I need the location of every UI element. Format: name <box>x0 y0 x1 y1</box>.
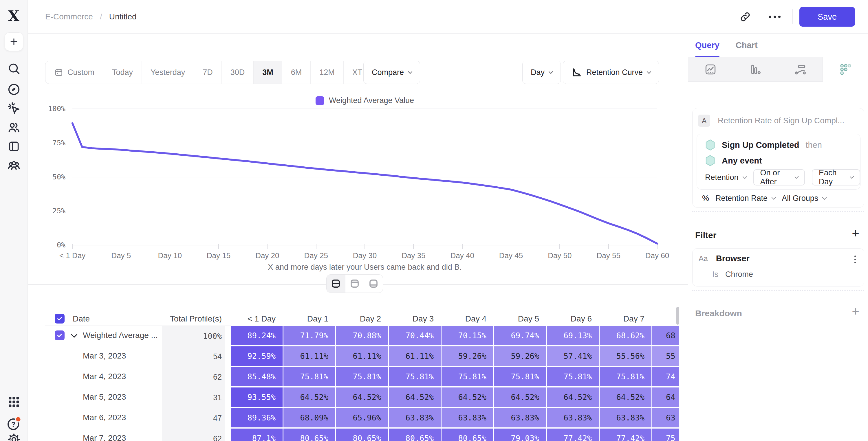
add-filter-button[interactable]: + <box>852 227 859 240</box>
chart-type-dropdown[interactable]: Retention Curve <box>563 61 659 84</box>
column-header-date: Date <box>73 313 90 325</box>
retention-grid-tab[interactable] <box>823 57 868 82</box>
retention-bucket-dropdown[interactable]: Each Day <box>812 169 860 186</box>
retention-operator-dropdown[interactable]: On or After <box>753 169 805 186</box>
header-divider <box>793 9 793 24</box>
retention-cell: 68.62% <box>599 326 651 345</box>
events-cursor-icon[interactable] <box>7 101 21 115</box>
panel-tabs: QueryChart <box>688 34 868 57</box>
range-custom[interactable]: Custom <box>45 61 103 84</box>
flow-chart-tab[interactable] <box>778 57 823 82</box>
range-30d[interactable]: 30D <box>221 61 254 84</box>
retention-cell: 80.65% <box>441 429 493 441</box>
bucket-label: Each Day <box>819 168 846 186</box>
chevron-down-icon <box>850 175 854 179</box>
tab-chart[interactable]: Chart <box>736 34 758 57</box>
line-chart-tab[interactable] <box>688 57 733 82</box>
retention-cell: 87.1% <box>231 429 283 441</box>
drop-zone-line <box>692 290 864 291</box>
x-axis-tick: Day 20 <box>255 251 279 260</box>
boards-icon[interactable] <box>7 140 20 153</box>
table-row: Mar 3, 20235492.59%61.11%61.11%61.11%59.… <box>45 346 679 367</box>
retention-cell: 85.48% <box>231 367 283 386</box>
column-header-day: Day 7 <box>599 313 651 325</box>
filter-kebab-menu[interactable] <box>855 255 856 263</box>
copy-link-button[interactable] <box>737 7 754 27</box>
total-profiles-cell: 62 <box>162 429 225 441</box>
chart-legend[interactable]: Weighted Average Value <box>316 96 414 105</box>
expand-chevron-icon[interactable] <box>71 331 78 338</box>
compare-button[interactable]: Compare <box>363 61 420 84</box>
filter-property-row: Aa Browser <box>699 254 750 263</box>
tab-query[interactable]: Query <box>695 34 719 57</box>
row-checkbox[interactable] <box>55 330 65 340</box>
measure-dropdown[interactable]: Retention Rate <box>715 194 775 203</box>
retention-cell: 59.26% <box>494 346 546 366</box>
range-3m[interactable]: 3M <box>253 61 282 84</box>
table-scrollbar-thumb[interactable] <box>676 307 679 325</box>
search-icon[interactable] <box>7 62 21 75</box>
range-6m[interactable]: 6M <box>282 61 311 84</box>
event-step-1[interactable]: Sign Up Completed then <box>705 139 822 151</box>
explore-compass-icon[interactable] <box>7 83 21 96</box>
create-new-button[interactable] <box>5 32 23 51</box>
query-group-title[interactable]: Retention Rate of Sign Up Compl... <box>718 116 844 125</box>
granularity-dropdown[interactable]: Day <box>522 61 561 84</box>
retention-cell: 92.59% <box>231 346 283 366</box>
select-all-checkbox[interactable] <box>55 314 65 323</box>
view-chart-only-button[interactable] <box>345 275 364 292</box>
event-name: Any event <box>722 156 762 165</box>
retention-cell: 63.83% <box>547 408 599 428</box>
view-split-button[interactable] <box>327 275 345 292</box>
chevron-down-icon <box>772 195 776 200</box>
add-breakdown-button[interactable]: + <box>852 305 859 318</box>
groups-dropdown[interactable]: All Groups <box>782 194 826 203</box>
chevron-down-icon <box>549 69 553 74</box>
range-today[interactable]: Today <box>103 61 142 84</box>
drop-zone-line <box>692 211 864 212</box>
row-label: Mar 3, 2023 <box>83 351 126 360</box>
group-badge: A <box>698 115 710 127</box>
event-steps-card: Sign Up Completed then Any event Retenti… <box>696 134 861 190</box>
range-7d[interactable]: 7D <box>194 61 221 84</box>
ellipsis-icon <box>768 15 781 19</box>
chevron-down-icon <box>742 174 747 179</box>
chevron-down-icon <box>795 175 799 179</box>
retention-cell: 75.81% <box>441 367 493 386</box>
retention-cell: 77.42% <box>599 429 651 441</box>
settings-gear-icon[interactable] <box>7 433 21 441</box>
cohorts-icon[interactable] <box>7 159 21 172</box>
view-table-only-button[interactable] <box>364 275 383 292</box>
filter-card[interactable]: Aa Browser Is Chrome <box>692 248 864 286</box>
event-hexagon-icon <box>705 155 715 166</box>
x-axis-tick: Day 15 <box>207 251 230 260</box>
save-button[interactable]: Save <box>799 7 855 27</box>
top-pane-icon <box>350 279 360 288</box>
view-toggle-group <box>326 274 383 293</box>
retention-cell: 61.11% <box>283 346 335 366</box>
users-icon[interactable] <box>7 121 21 134</box>
range-yesterday[interactable]: Yesterday <box>142 61 194 84</box>
apps-grid-icon[interactable] <box>7 395 21 409</box>
plus-icon <box>9 37 19 46</box>
help-icon[interactable]: ? <box>6 415 22 432</box>
retention-mode-dropdown[interactable]: Retention <box>705 173 746 182</box>
table-row: Mar 7, 20236287.1%80.65%80.65%80.65%80.6… <box>45 429 679 441</box>
retention-config-row: Retention On or After Each Day <box>705 169 860 186</box>
event-step-2[interactable]: Any event <box>705 155 762 166</box>
retention-cell: 61.11% <box>336 346 388 366</box>
y-axis-tick: 100% <box>28 104 65 113</box>
breadcrumb-parent[interactable]: E-Commerce <box>45 12 93 22</box>
query-panel: QueryChart A Retention Rate of Sign Up C… <box>688 34 868 441</box>
retention-cell: 75.81% <box>599 367 651 386</box>
range-label: Yesterday <box>151 68 185 77</box>
range-label: 3M <box>262 68 273 77</box>
bar-chart-tab[interactable] <box>733 57 778 82</box>
more-options-button[interactable] <box>766 7 784 27</box>
breadcrumb-current[interactable]: Untitled <box>109 12 137 22</box>
column-header-day: < 1 Day <box>231 313 283 325</box>
column-header-day: Day 5 <box>494 313 546 325</box>
range-12m[interactable]: 12M <box>310 61 343 84</box>
retention-cell-clipped: 64 <box>652 387 679 407</box>
retention-cell: 77.42% <box>547 429 599 441</box>
